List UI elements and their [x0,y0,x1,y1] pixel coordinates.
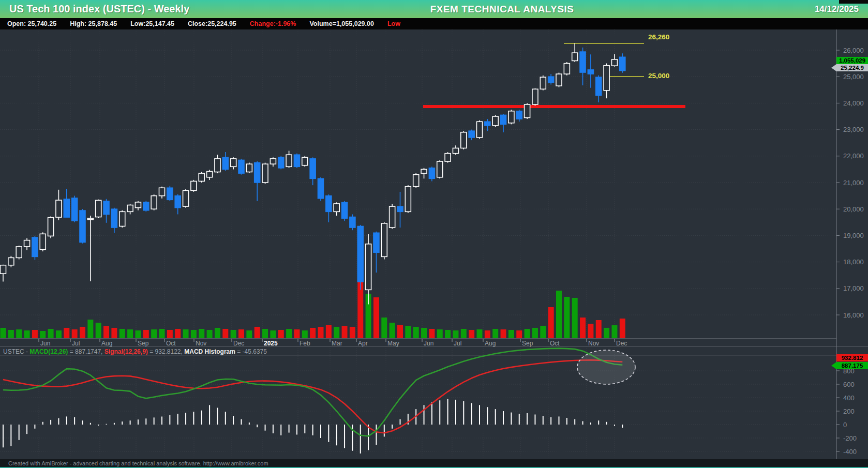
chart-area[interactable]: 26,00025,00024,00023,00022,00021,00020,0… [0,29,868,468]
svg-text:Oct: Oct [166,340,176,347]
high-value: High: 25,878.45 [70,20,117,27]
macd-axis-tag: 887.175 [836,362,868,369]
histogram-name: MACD Histogram [184,348,235,355]
svg-text:600: 600 [843,381,855,388]
chart-title: US Tech 100 index (USTEC) - Weekly [9,3,189,15]
svg-text:Jul: Jul [454,340,461,347]
svg-text:Oct: Oct [550,340,560,347]
svg-text:Sep: Sep [522,340,533,347]
svg-text:22,000: 22,000 [843,152,864,160]
svg-text:Mar: Mar [332,340,342,347]
svg-text:2025: 2025 [264,340,278,347]
svg-text:May: May [387,340,399,347]
svg-text:0: 0 [843,421,847,429]
macd-value: = 887.1747, [68,348,104,355]
svg-text:400: 400 [843,394,855,402]
svg-text:Aug: Aug [485,340,496,347]
svg-text:18,000: 18,000 [843,258,864,266]
svg-text:-200: -200 [843,434,857,442]
svg-text:25,000: 25,000 [843,73,864,81]
last-price-axis-tag: 25,224.9 [836,64,868,71]
svg-text:Dec: Dec [233,340,244,347]
price-macd-chart-svg[interactable]: 26,00025,00024,00023,00022,00021,00020,0… [0,29,868,468]
window-corner-notch [839,0,868,4]
low-value: Low:25,147.45 [130,20,174,27]
date-label: 14/12/2025 [815,4,859,14]
svg-text:Dec: Dec [616,340,627,347]
svg-text:200: 200 [843,407,855,415]
signal-axis-tag: 932.812 [836,354,868,361]
svg-text:26,000: 26,000 [843,47,864,54]
support-level-label: 25,000 [648,72,669,80]
svg-text:20,000: 20,000 [843,205,864,213]
histogram-value: = -45.6375 [235,348,267,355]
macd-symbol-prefix: USTEC - [3,348,29,355]
signal-name: Signal(12,26,9) [104,348,148,355]
title-bar: US Tech 100 index (USTEC) - Weekly FXEM … [0,0,868,18]
crossover-highlight-ellipse[interactable] [577,350,635,384]
svg-text:Jul: Jul [72,340,80,347]
macd-pane-title: USTEC - MACD(12,26) = 887.1747, Signal(1… [3,348,267,355]
status-flag: Low [387,20,400,27]
chart-application: US Tech 100 index (USTEC) - Weekly FXEM … [0,0,868,468]
volume-axis-tag: 1,055,029 [836,57,868,64]
svg-text:23,000: 23,000 [843,126,864,133]
macd-name: MACD(12,26) [29,348,68,355]
svg-text:24,000: 24,000 [843,99,864,107]
tag-arrow [831,64,836,71]
svg-text:Nov: Nov [196,340,206,347]
close-value: Close:25,224.95 [188,20,236,27]
open-value: Open: 25,740.25 [7,20,56,27]
watermark-title: FXEM TECHNICAL ANALYSIS [430,4,574,15]
svg-text:17,000: 17,000 [843,284,864,292]
svg-text:Jun: Jun [424,340,433,347]
svg-text:Jun: Jun [40,340,50,347]
volume-value: Volume=1,055,029.00 [309,20,374,27]
svg-text:Aug: Aug [101,340,112,347]
svg-text:21,000: 21,000 [843,179,864,187]
svg-text:Nov: Nov [588,340,599,347]
resistance-level-label: 26,260 [648,33,669,41]
svg-text:-400: -400 [843,448,857,456]
svg-text:Apr: Apr [358,340,368,347]
svg-text:16,000: 16,000 [843,311,864,319]
amibroker-credit: Created with AmiBroker - advanced charti… [8,460,268,466]
change-value: Change:-1.96% [250,20,296,27]
svg-text:19,000: 19,000 [843,232,864,239]
tag-arrow [831,362,836,369]
attribution-bar: Created with AmiBroker - advanced charti… [0,459,868,468]
svg-text:Feb: Feb [300,340,310,347]
svg-text:Sep: Sep [138,340,149,347]
ohlc-readout-bar: Open: 25,740.25 High: 25,878.45 Low:25,1… [0,18,868,29]
signal-value: = 932.8122, [148,348,184,355]
